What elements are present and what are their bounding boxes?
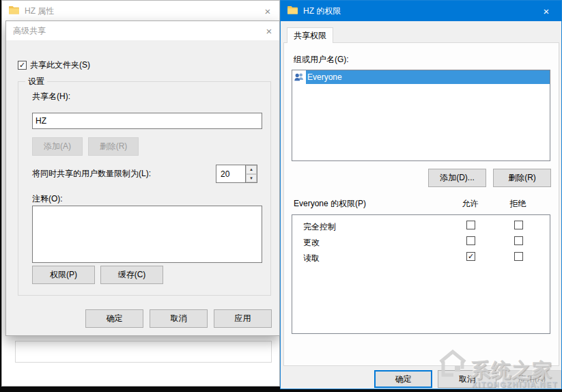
sharing-titlebar[interactable]: 高级共享 × — [6, 21, 279, 40]
user-limit-label: 将同时共享的用户数量限制为(L): — [32, 168, 151, 180]
allow-checkbox-full-control[interactable] — [466, 221, 475, 229]
users-group-icon — [292, 70, 306, 84]
allow-checkbox-read[interactable]: ✓ — [466, 252, 475, 261]
allow-column-header: 允许 — [455, 198, 486, 210]
permission-row-change: 更改 — [292, 235, 550, 251]
spinner-down-icon[interactable]: ▼ — [246, 174, 257, 183]
cancel-button[interactable]: 取消 — [150, 309, 208, 328]
permissions-button[interactable]: 权限(P) — [32, 266, 95, 284]
share-name-input[interactable] — [32, 113, 262, 129]
comments-label: 注释(O): — [32, 193, 63, 205]
permissions-for-label: Everyone 的权限(P) — [294, 198, 366, 210]
window-title: HZ 属性 — [25, 5, 54, 17]
user-limit-spinner: ▲ ▼ — [216, 165, 257, 183]
advanced-sharing-dialog: 高级共享 × ✓ 共享此文件夹(S) 设置 共享名(H): 添加(A) 删除(R… — [5, 20, 280, 336]
apply-button[interactable]: 应用(A) — [503, 370, 561, 388]
caching-button[interactable]: 缓存(C) — [100, 266, 163, 284]
share-permissions-panel: 组或用户名(G): Everyone 添加(D)... 删除(R) Everyo… — [283, 42, 559, 366]
permission-name: 读取 — [303, 253, 320, 264]
folder-icon — [287, 5, 298, 16]
dialog-title: HZ 的权限 — [303, 5, 341, 17]
deny-checkbox-read[interactable] — [514, 252, 523, 261]
deny-checkbox-full-control[interactable] — [514, 221, 523, 229]
permission-row-read: 读取 ✓ — [292, 251, 550, 266]
allow-checkbox-change[interactable] — [466, 236, 475, 245]
dialog-title: 高级共享 — [13, 25, 46, 37]
add-share-button[interactable]: 添加(A) — [32, 137, 83, 156]
add-user-button[interactable]: 添加(D)... — [428, 169, 486, 187]
close-icon[interactable]: × — [256, 1, 279, 21]
close-icon[interactable]: × — [259, 21, 279, 40]
properties-titlebar[interactable]: HZ 属性 × — [2, 1, 279, 21]
background-groupbox — [15, 341, 272, 363]
comments-textarea[interactable] — [32, 206, 262, 263]
ok-button[interactable]: 确定 — [374, 370, 432, 388]
user-limit-input[interactable] — [221, 165, 245, 182]
share-folder-label: 共享此文件夹(S) — [30, 59, 90, 71]
permissions-list: 完全控制 更改 读取 ✓ — [292, 214, 550, 334]
settings-group-label: 设置 — [25, 76, 47, 87]
apply-button[interactable]: 应用 — [214, 309, 272, 328]
deny-checkbox-change[interactable] — [514, 236, 523, 245]
remove-share-button[interactable]: 删除(R) — [88, 137, 139, 156]
share-folder-checkbox-row: ✓ 共享此文件夹(S) — [18, 59, 90, 71]
list-item-everyone[interactable]: Everyone — [292, 70, 550, 84]
permission-row-full-control: 完全控制 — [292, 219, 550, 235]
share-name-label: 共享名(H): — [32, 91, 70, 102]
deny-column-header: 拒绝 — [503, 198, 533, 210]
remove-user-button[interactable]: 删除(R) — [493, 169, 551, 187]
user-name: Everyone — [306, 70, 550, 84]
folder-icon — [9, 5, 19, 16]
tab-share-permissions[interactable]: 共享权限 — [287, 27, 333, 43]
group-user-label: 组或用户名(G): — [294, 54, 349, 66]
share-folder-checkbox[interactable]: ✓ — [18, 61, 27, 70]
permission-name: 更改 — [303, 237, 320, 249]
spinner-up-icon[interactable]: ▲ — [246, 165, 257, 174]
cancel-button[interactable]: 取消 — [438, 370, 496, 388]
permission-name: 完全控制 — [303, 221, 336, 233]
close-icon[interactable]: × — [531, 1, 561, 21]
permissions-dialog: HZ 的权限 × 共享权限 组或用户名(G): Everyone 添加(D)..… — [280, 0, 562, 389]
group-user-listbox[interactable]: Everyone — [292, 70, 550, 161]
permissions-titlebar[interactable]: HZ 的权限 × — [281, 1, 561, 21]
ok-button[interactable]: 确定 — [85, 309, 143, 328]
